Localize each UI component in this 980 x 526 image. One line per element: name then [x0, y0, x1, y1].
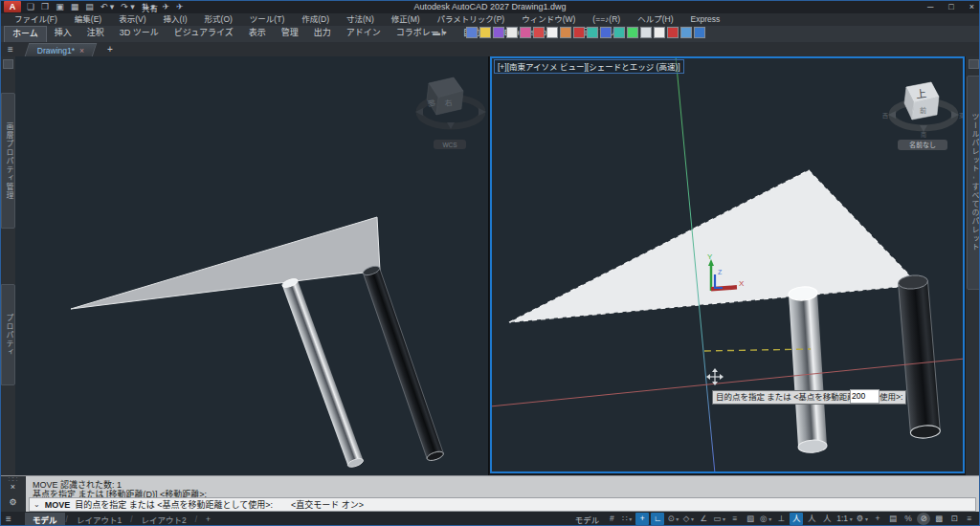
- object-snap-toggle[interactable]: ▭ ▾: [712, 513, 726, 526]
- menu-window[interactable]: ウィンドウ(W): [513, 13, 584, 26]
- model-space-indicator[interactable]: モデル: [575, 514, 600, 525]
- lineweight-display-toggle[interactable]: ≡: [728, 513, 742, 525]
- new-drawing-tab-button[interactable]: +: [107, 44, 113, 55]
- express-tool-icon[interactable]: [613, 27, 625, 38]
- open-file-icon[interactable]: ❐: [41, 2, 49, 11]
- express-tool-icon[interactable]: [533, 27, 545, 38]
- express-tool-icon[interactable]: [493, 27, 504, 38]
- ribbon-tab-annotate[interactable]: 注釈: [79, 26, 112, 41]
- 3d-object-snap-toggle[interactable]: ⊥: [774, 513, 788, 525]
- customize-toggle[interactable]: ≡: [963, 513, 976, 525]
- model-tabletop-selected[interactable]: [509, 170, 919, 322]
- ribbon-tab-output[interactable]: 出力: [306, 26, 339, 41]
- viewcube-front-label[interactable]: 前: [920, 106, 926, 115]
- share-icon[interactable]: ✈: [176, 2, 184, 11]
- app-logo-icon[interactable]: A: [4, 1, 21, 12]
- ribbon-collapse-button[interactable]: ▬ ▾: [433, 29, 446, 37]
- express-tool-icon[interactable]: [654, 27, 665, 38]
- annotation-visibility-toggle[interactable]: 人: [790, 513, 803, 525]
- transparency-toggle[interactable]: ▧: [744, 513, 757, 525]
- selection-cycling-toggle[interactable]: ◎ ▾: [759, 513, 772, 526]
- express-tool-icon[interactable]: [520, 27, 531, 38]
- maximize-button[interactable]: □: [948, 0, 953, 13]
- quick-properties-toggle[interactable]: %: [902, 513, 915, 525]
- menu-format[interactable]: 形式(O): [196, 13, 241, 26]
- recent-commands-icon[interactable]: ⌄: [33, 500, 40, 509]
- minimize-button[interactable]: ─: [927, 0, 933, 13]
- express-tool-icon[interactable]: [479, 27, 491, 38]
- menu-view[interactable]: 表示(V): [110, 13, 154, 26]
- ortho-mode-toggle[interactable]: ∟: [651, 513, 664, 525]
- redo-icon[interactable]: ↷ ▾: [121, 2, 135, 11]
- viewport-left[interactable]: 前 右 WCS: [15, 56, 489, 475]
- viewcube-ucs-pill[interactable]: 名前なし: [909, 141, 936, 149]
- drawing-tab[interactable]: Drawing1* ×: [25, 43, 98, 56]
- units-toggle[interactable]: ▤: [886, 513, 900, 525]
- drawing-tab-close-icon[interactable]: ×: [79, 46, 84, 55]
- layout-tab-layout2[interactable]: レイアウト2: [134, 513, 194, 526]
- model-tabletop[interactable]: [71, 217, 380, 309]
- viewcube-top-label[interactable]: 上: [915, 87, 926, 99]
- menu-draw[interactable]: 作成(D): [293, 13, 338, 26]
- isometric-drafting-toggle[interactable]: ◇ ▾: [681, 513, 695, 526]
- menu-edit[interactable]: 編集(E): [66, 13, 110, 26]
- annotation-monitor-toggle[interactable]: +: [871, 513, 884, 525]
- share-icon[interactable]: ✈: [162, 2, 169, 11]
- express-tool-icon[interactable]: [466, 27, 478, 38]
- ribbon-tab-insert[interactable]: 挿入: [47, 26, 79, 41]
- ribbon-tab-visualize[interactable]: ビジュアライズ: [167, 26, 241, 41]
- express-tool-icon[interactable]: [600, 27, 612, 38]
- annotation-scale-value-toggle[interactable]: 1:1 ▾: [835, 513, 854, 526]
- express-tool-icon[interactable]: [640, 27, 652, 38]
- viewcube-inactive[interactable]: 前 右 WCS: [415, 77, 486, 149]
- viewcube-active[interactable]: 西 東 南 上 前 名前なし: [882, 82, 963, 150]
- command-customize-icon[interactable]: ⚙: [0, 497, 26, 507]
- palette-autohide-icon[interactable]: [3, 59, 13, 69]
- new-file-icon[interactable]: ❏: [27, 2, 34, 11]
- menu-dimension[interactable]: 寸法(N): [338, 13, 383, 26]
- viewport-controls-label[interactable]: [+][南東アイソメ ビュー][シェードとエッジ (高速)]: [494, 59, 684, 74]
- save-as-icon[interactable]: ▦: [71, 2, 79, 11]
- share-label[interactable]: 共有: [142, 2, 158, 13]
- save-icon[interactable]: ▣: [56, 2, 64, 11]
- command-input-line[interactable]: ⌄ MOVE 目的点を指定 または <基点を移動距離として使用>: <直交モード…: [29, 497, 976, 512]
- ribbon-tab-view[interactable]: 表示: [241, 26, 274, 41]
- new-layout-button[interactable]: +: [198, 514, 218, 525]
- undo-icon[interactable]: ↶ ▾: [100, 2, 115, 11]
- express-tool-icon[interactable]: [667, 27, 679, 38]
- express-tool-icon[interactable]: [560, 27, 571, 38]
- ribbon-tab-manage[interactable]: 管理: [274, 26, 306, 41]
- express-tool-icon[interactable]: [587, 27, 598, 38]
- layer-properties-palette-tab[interactable]: 画層プロパティ管理: [1, 93, 15, 229]
- tool-palettes-tab[interactable]: ツールパレット - すべてのパレット: [967, 76, 980, 290]
- model-leg-light[interactable]: [281, 277, 365, 469]
- menu-file[interactable]: ファイル(F): [6, 13, 66, 26]
- graphics-performance-toggle[interactable]: ▩: [932, 513, 946, 525]
- menu-parametric[interactable]: パラメトリック(P): [429, 13, 514, 26]
- close-button[interactable]: ×: [969, 0, 974, 13]
- workspace-switching-toggle[interactable]: ⚙ ▾: [856, 513, 869, 526]
- clean-screen-toggle[interactable]: ⊡: [947, 513, 961, 525]
- palette-autohide-icon[interactable]: [969, 59, 979, 69]
- express-tool-icon[interactable]: [627, 27, 638, 38]
- polar-tracking-toggle[interactable]: ⊙ ▾: [666, 513, 679, 526]
- menu-insert[interactable]: 挿入(I): [155, 13, 196, 26]
- model-leg-dark[interactable]: [362, 264, 444, 462]
- model-leg-dark-selected[interactable]: [898, 274, 941, 439]
- layout-tab-model[interactable]: モデル: [25, 513, 65, 526]
- menu-modify[interactable]: 修正(M): [383, 13, 429, 26]
- dynamic-input-toggle[interactable]: +: [635, 513, 649, 525]
- object-snap-tracking-toggle[interactable]: ∠: [697, 513, 710, 525]
- viewcube-ucs-pill[interactable]: WCS: [442, 142, 457, 148]
- annotation-scale-toggle[interactable]: 人: [820, 513, 834, 525]
- ribbon-tab-addins[interactable]: アドイン: [339, 26, 389, 41]
- properties-palette-tab[interactable]: プロパティ: [1, 284, 15, 385]
- express-tool-icon[interactable]: [680, 27, 692, 38]
- ribbon-tab-home[interactable]: ホーム: [4, 26, 47, 42]
- express-tool-icon[interactable]: [546, 27, 558, 38]
- viewport-right-active[interactable]: Y X Z: [490, 56, 965, 473]
- express-tool-icon[interactable]: [506, 27, 518, 38]
- menu-express[interactable]: Express: [681, 13, 728, 26]
- command-panel-titlebar[interactable]: ⸬⸬ × ⚙: [0, 476, 26, 512]
- dynamic-input-field[interactable]: [850, 389, 880, 404]
